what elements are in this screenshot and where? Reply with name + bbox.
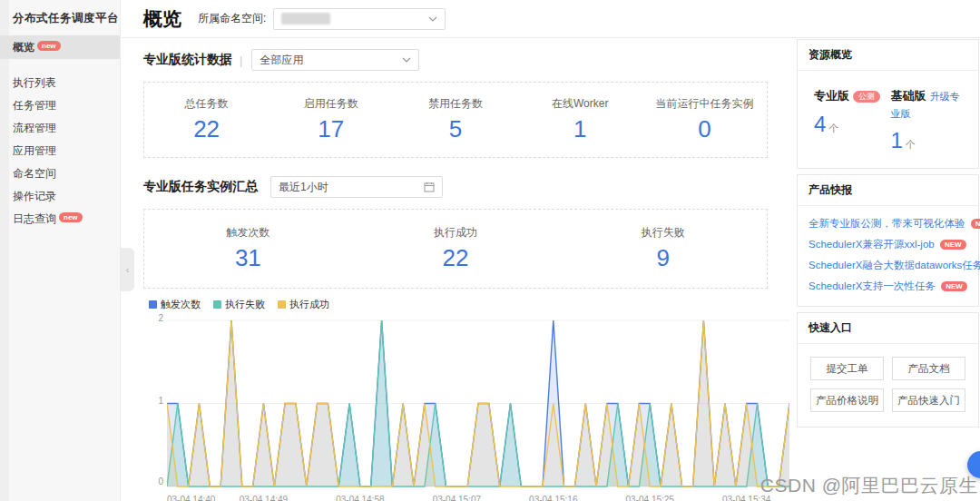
instance-section-header: 专业版任务实例汇总 最近1小时 [143,176,768,198]
beta-badge: 公测 [853,91,880,103]
quick-start-button[interactable]: 产品快速入门 [892,388,965,412]
sidebar-item-workflow-management[interactable]: 流程管理 [0,117,120,140]
news-link-label: 全新专业版公测，带来可视化体验 [808,218,965,229]
sidebar-item-label: 命名空间 [13,167,56,180]
stat-total-tasks: 总任务数 22 [144,96,269,143]
right-panel: 资源概览 专业版公测 4个 基础版升级专业版 1个 产品快报 全新专业版公测，带… [797,39,979,433]
stat-label: 执行成功 [352,225,560,241]
sidebar-item-log-query[interactable]: 日志查询new [0,208,120,231]
stats-section-title: 专业版统计数据 [143,52,232,68]
sidebar: 分布式任务调度平台 概览new 执行列表 任务管理 流程管理 应用管理 命名空间… [0,0,121,501]
chart-plot-area [167,318,789,490]
divider: | [240,54,242,67]
stat-running-instances: 当前运行中任务实例 0 [642,96,767,143]
legend-trigger[interactable]: 触发次数 [149,298,201,311]
resource-overview-card: 资源概览 专业版公测 4个 基础版升级专业版 1个 [797,39,979,169]
time-range-value: 最近1小时 [279,180,328,195]
stat-value: 1 [518,115,642,143]
news-link[interactable]: SchedulerX支持一次性任务 NEW [808,276,967,297]
new-badge: NEW [941,281,967,291]
stat-label: 当前运行中任务实例 [642,96,767,112]
sidebar-item-label: 流程管理 [13,122,56,134]
x-tick-label: 03-04 14:40 [167,495,215,501]
stat-value: 17 [269,115,393,143]
pro-count-unit: 个 [828,123,838,133]
product-news-body: 全新专业版公测，带来可视化体验 NEW SchedulerX兼容开源xxl-jo… [798,206,978,306]
stat-value: 31 [144,244,352,272]
stat-label: 禁用任务数 [393,96,517,112]
stat-enabled-tasks: 启用任务数 17 [269,96,393,143]
stat-label: 执行失败 [559,225,767,241]
stat-online-workers: 在线Worker 1 [518,96,642,143]
basic-version-name: 基础版 [891,89,926,103]
sidebar-item-overview[interactable]: 概览new [0,35,120,59]
pricing-button[interactable]: 产品价格说明 [810,388,884,412]
app-filter-select[interactable]: 全部应用 [251,49,419,71]
stat-value: 5 [393,115,517,143]
time-range-select[interactable]: 最近1小时 [270,176,443,198]
quick-entry-body: 提交工单 产品文档 产品价格说明 产品快速入门 [798,344,978,427]
calendar-icon [424,182,435,192]
stat-label: 在线Worker [518,96,642,112]
sidebar-item-namespace[interactable]: 命名空间 [0,162,120,185]
pro-count-value: 4 [814,112,826,136]
x-tick-label: 03-04 15:25 [626,495,674,501]
x-tick-label: 03-04 15:07 [433,495,481,501]
basic-count-value: 1 [891,128,903,152]
sidebar-item-execution-list[interactable]: 执行列表 [0,72,120,94]
legend-swatch-yellow [278,300,286,309]
stats-section-header: 专业版统计数据 | 全部应用 [143,49,768,71]
sidebar-item-label: 任务管理 [13,99,56,112]
sidebar-item-label: 日志查询 [13,212,56,225]
task-stats-box: 总任务数 22 启用任务数 17 禁用任务数 5 在线Worker 1 当前运行… [143,82,768,158]
stat-value: 9 [559,244,767,272]
app-filter-value: 全部应用 [260,53,303,68]
sidebar-item-task-management[interactable]: 任务管理 [0,94,120,117]
product-docs-button[interactable]: 产品文档 [892,357,965,380]
sidebar-item-app-management[interactable]: 应用管理 [0,140,120,162]
sidebar-item-label: 操作记录 [13,190,56,202]
basic-version-col: 基础版升级专业版 1个 [891,87,968,153]
sidebar-item-label: 执行列表 [13,76,56,89]
pro-version-col: 专业版公测 4个 [814,87,891,153]
watermark: CSDN @阿里巴巴云原生 [760,473,978,498]
resource-overview-title: 资源概览 [798,40,978,71]
new-badge: NEW [940,240,966,250]
news-link-label: SchedulerX支持一次性任务 [808,280,936,291]
chevron-left-icon: ‹ [126,264,130,275]
stat-disabled-tasks: 禁用任务数 5 [393,96,517,143]
stat-value: 22 [352,244,560,272]
new-badge: new [59,212,83,222]
y-tick-2: 2 [151,313,163,323]
news-link[interactable]: SchedulerX融合大数据dataworks任务 NEW [808,255,967,276]
news-link[interactable]: SchedulerX兼容开源xxl-job NEW [808,234,967,255]
namespace-select[interactable] [273,8,446,30]
legend-success[interactable]: 执行成功 [278,298,329,311]
product-news-card: 产品快报 全新专业版公测，带来可视化体验 NEW SchedulerX兼容开源x… [797,174,979,307]
stat-success-count: 执行成功 22 [352,225,560,272]
x-tick-label: 03-04 15:16 [529,495,577,501]
namespace-label: 所属命名空间: [198,11,266,26]
chart-legend: 触发次数 执行失败 执行成功 [149,298,768,311]
chevron-down-icon [428,16,437,22]
sidebar-item-label: 应用管理 [13,144,56,157]
stat-fail-count: 执行失败 9 [559,225,767,272]
news-link[interactable]: 全新专业版公测，带来可视化体验 NEW [808,213,967,234]
y-tick-0: 0 [151,476,163,486]
submit-ticket-button[interactable]: 提交工单 [810,357,884,380]
legend-swatch-teal [213,300,221,309]
stat-value: 22 [144,115,269,143]
sidebar-item-operation-log[interactable]: 操作记录 [0,185,120,208]
basic-count-unit: 个 [906,139,916,150]
legend-label: 执行成功 [289,298,329,311]
stat-value: 0 [642,115,767,143]
legend-fail[interactable]: 执行失败 [213,298,265,311]
content: 专业版统计数据 | 全部应用 总任务数 22 启用任务数 17 禁用任务数 5 [122,38,768,501]
sidebar-item-label: 概览 [13,41,34,54]
stat-label: 启用任务数 [269,96,393,112]
news-link-label: SchedulerX兼容开源xxl-job [808,239,935,250]
sidebar-collapse-handle[interactable]: ‹ [121,248,134,291]
chart-x-axis-labels: 03-04 14:4003-04 14:4903-04 14:5803-04 1… [154,495,789,501]
new-badge: new [37,41,61,51]
stat-trigger-count: 触发次数 31 [144,225,352,272]
